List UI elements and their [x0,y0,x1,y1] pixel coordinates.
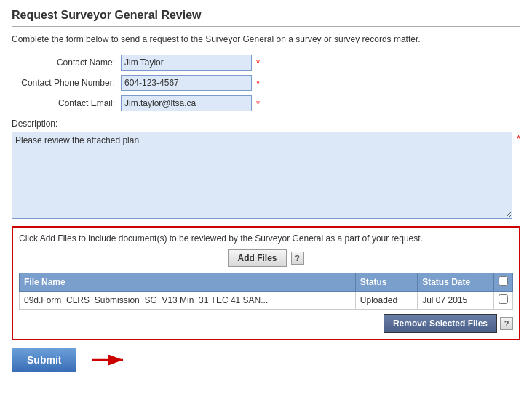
contact-name-input[interactable] [121,55,252,71]
contact-name-required: * [256,57,260,68]
files-table-body: 09d.Form_CLRS_Submission_SG_V13 Min_31 T… [20,292,513,310]
remove-selected-files-button[interactable]: Remove Selected Files [384,314,497,333]
contact-email-row: Contact Email: * [12,95,520,111]
contact-fields: Contact Name: * Contact Phone Number: * … [12,55,520,111]
submit-arrow-icon [88,351,132,369]
col-status-date: Status Date [418,273,494,292]
description-textarea[interactable]: Please review the attached plan [12,132,512,219]
contact-name-label: Contact Name: [12,57,121,68]
submit-button[interactable]: Submit [12,348,76,372]
files-table-header: File Name Status Status Date [20,273,513,292]
file-select-checkbox[interactable] [499,294,508,304]
add-files-button[interactable]: Add Files [228,249,286,267]
contact-name-row: Contact Name: * [12,55,520,71]
table-row: 09d.Form_CLRS_Submission_SG_V13 Min_31 T… [20,292,513,310]
select-all-checkbox[interactable] [499,276,508,286]
remove-help-icon[interactable]: ? [500,317,513,330]
title-divider [12,26,520,27]
files-table: File Name Status Status Date 09d.Form_CL… [19,273,513,310]
add-files-help-icon[interactable]: ? [291,252,304,265]
file-select-cell [494,292,513,310]
contact-email-label: Contact Email: [12,98,121,108]
contact-phone-required: * [256,78,260,89]
col-status: Status [355,273,417,292]
description-section: Description: Please review the attached … [12,119,520,219]
description-label: Description: [12,119,520,129]
files-footer: Remove Selected Files ? [19,314,513,333]
contact-phone-label: Contact Phone Number: [12,78,121,88]
contact-email-required: * [256,98,260,109]
col-filename: File Name [20,273,356,292]
files-intro-text: Click Add Files to include document(s) t… [19,233,513,244]
contact-phone-input[interactable] [121,75,252,91]
description-wrapper: Please review the attached plan * [12,132,520,219]
file-name-cell: 09d.Form_CLRS_Submission_SG_V13 Min_31 T… [20,292,356,310]
contact-phone-row: Contact Phone Number: * [12,75,520,91]
files-table-header-row: File Name Status Status Date [20,273,513,292]
contact-email-input[interactable] [121,95,252,111]
file-status-date-cell: Jul 07 2015 [418,292,494,310]
files-section: Click Add Files to include document(s) t… [12,226,520,340]
file-status-cell: Uploaded [355,292,417,310]
submit-row: Submit [12,348,520,372]
col-select-all [494,273,513,292]
files-toolbar: Add Files ? [19,249,513,267]
description-required: * [517,133,520,144]
arrow-indicator [88,351,132,369]
intro-text: Complete the form below to send a reques… [12,34,520,44]
page-title: Request Surveyor General Review [12,9,520,22]
